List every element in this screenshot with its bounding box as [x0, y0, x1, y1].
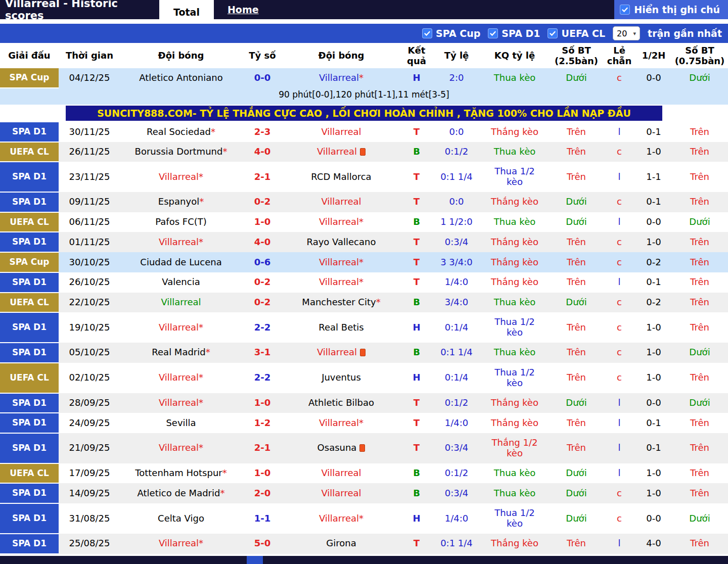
- half-time-score: 0-0: [636, 393, 671, 413]
- team-name: Villarreal: [319, 257, 359, 267]
- team-name: Villarreal: [159, 442, 199, 453]
- team-name: Villarreal: [321, 467, 361, 478]
- team-name: Villarreal: [159, 397, 199, 408]
- handicap-result: Thua kèo: [479, 343, 550, 363]
- total-goals-0-75: Trên: [671, 534, 728, 554]
- league-badge: UEFA CL: [0, 142, 59, 162]
- away-team: Real Betis: [283, 312, 399, 343]
- match-date: 17/09/25: [59, 463, 120, 484]
- home-team: Ciudad de Lucena: [120, 252, 242, 272]
- league-badge: SPA D1: [0, 272, 59, 293]
- handicap-odds: 1/4:0: [434, 272, 479, 293]
- total-goals-0-75: Trên: [671, 252, 728, 272]
- match-date: 01/11/25: [59, 232, 120, 252]
- tab-home[interactable]: Home: [228, 4, 259, 15]
- team-name: Espanyol: [158, 196, 199, 207]
- final-score: 1-2: [242, 413, 283, 433]
- tab-total[interactable]: Total: [159, 0, 214, 24]
- half-time-score: 1-0: [636, 463, 671, 484]
- handicap-result: Thắng kèo: [479, 122, 550, 142]
- half-time-score: 1-0: [636, 483, 671, 503]
- final-score: 0-2: [242, 293, 283, 313]
- team-name: Villarreal: [319, 513, 359, 524]
- favorite-star-marker: *: [359, 257, 363, 267]
- favorite-star-marker: *: [359, 276, 363, 287]
- match-row: SPA D114/09/25Atletico de Madrid*2-0Vill…: [0, 483, 728, 503]
- team-name: Ciudad de Lucena: [140, 257, 221, 267]
- away-team: Rayo Vallecano: [283, 232, 399, 252]
- team-name: Borussia Dortmund: [135, 146, 223, 157]
- filter-spa-d1[interactable]: SPA D1: [488, 28, 540, 39]
- match-result: B: [399, 293, 434, 313]
- favorite-star-marker: *: [220, 488, 224, 498]
- handicap-result: Thắng kèo: [479, 393, 550, 413]
- league-badge: SPA D1: [0, 534, 59, 554]
- away-team: Girona: [283, 534, 399, 554]
- total-goals-0-75: Trên: [671, 363, 728, 393]
- handicap-odds: 0:1 1/4: [434, 534, 479, 554]
- handicap-odds: 0:1/2: [434, 463, 479, 484]
- match-result: H: [399, 312, 434, 343]
- final-score: 4-0: [242, 142, 283, 162]
- match-result: T: [399, 393, 434, 413]
- match-result: T: [399, 413, 434, 433]
- total-goals-2-5: Trên: [550, 343, 603, 363]
- total-goals-0-75: Trên: [671, 293, 728, 313]
- match-row: SPA D131/08/25Celta Vigo1-1Villarreal*H1…: [0, 503, 728, 534]
- odd-even: c: [603, 252, 636, 272]
- total-goals-2-5: Trên: [550, 363, 603, 393]
- odd-even: l: [603, 413, 636, 433]
- uefa-cl-checkbox[interactable]: [548, 28, 558, 38]
- ad-banner[interactable]: SUNCITY888.COM- TỶ LỆ THẮNG CỰC CAO , LỐ…: [66, 106, 662, 121]
- league-badge: SPA D1: [0, 503, 59, 534]
- favorite-star-marker: *: [359, 513, 363, 524]
- spa-d1-checkbox[interactable]: [488, 28, 498, 38]
- show-notes-toggle[interactable]: Hiển thị ghi chú: [614, 0, 728, 19]
- odd-even: l: [603, 463, 636, 484]
- league-badge: UEFA CL: [0, 212, 59, 232]
- odd-even: c: [603, 363, 636, 393]
- total-goals-0-75: Trên: [671, 162, 728, 192]
- away-team: Villarreal: [283, 463, 399, 484]
- match-row: SPA D126/10/25Valencia0-2Villarreal*T1/4…: [0, 272, 728, 293]
- league-badge: SPA D1: [0, 343, 59, 363]
- half-time-score: 0-2: [636, 252, 671, 272]
- show-notes-checkbox[interactable]: [620, 5, 630, 15]
- final-score: 2-2: [242, 363, 283, 393]
- away-team: RCD Mallorca: [283, 162, 399, 192]
- match-date: 30/11/25: [59, 122, 120, 142]
- home-team: Villarreal: [120, 293, 242, 313]
- odd-even: c: [603, 232, 636, 252]
- total-goals-2-5: Dưới: [550, 503, 603, 534]
- filter-uefa-cl[interactable]: UEFA CL: [548, 28, 605, 39]
- home-team: Celta Vigo: [120, 503, 242, 534]
- handicap-result: Thua kèo: [479, 142, 550, 162]
- handicap-odds: 0:1/4: [434, 312, 479, 343]
- match-date: 04/12/25: [59, 68, 120, 88]
- half-time-score: 0-0: [636, 68, 671, 88]
- filter-spa-cup[interactable]: SPA Cup: [422, 28, 480, 39]
- spa-cup-checkbox[interactable]: [422, 28, 432, 38]
- match-result: B: [399, 212, 434, 232]
- handicap-result: Thắng kèo: [479, 272, 550, 293]
- handicap-odds: 0:1 1/4: [434, 162, 479, 192]
- away-team: Manchester City*: [283, 293, 399, 313]
- match-count-select[interactable]: 20 ▾: [613, 26, 640, 40]
- match-date: 06/11/25: [59, 212, 120, 232]
- team-name: Atletico de Madrid: [138, 488, 220, 498]
- half-time-score: 0-2: [636, 293, 671, 313]
- match-date: 22/10/25: [59, 293, 120, 313]
- final-score: 2-3: [242, 122, 283, 142]
- match-row: SPA D105/10/25Real Madrid*3-1VillarrealB…: [0, 343, 728, 363]
- odd-even: l: [603, 212, 636, 232]
- half-time-score: 0-1: [636, 122, 671, 142]
- red-card-icon: [360, 148, 366, 156]
- league-badge: UEFA CL: [0, 463, 59, 484]
- col-header-score: Tỷ số: [242, 43, 283, 68]
- team-name: Villarreal: [319, 417, 359, 428]
- table-header-row: Giải đấu Thời gian Đội bóng Tỷ số Đội bó…: [0, 43, 728, 68]
- match-date: 26/11/25: [59, 142, 120, 162]
- odd-even: l: [603, 433, 636, 463]
- red-card-icon: [360, 349, 366, 356]
- team-name: Rayo Vallecano: [307, 237, 376, 247]
